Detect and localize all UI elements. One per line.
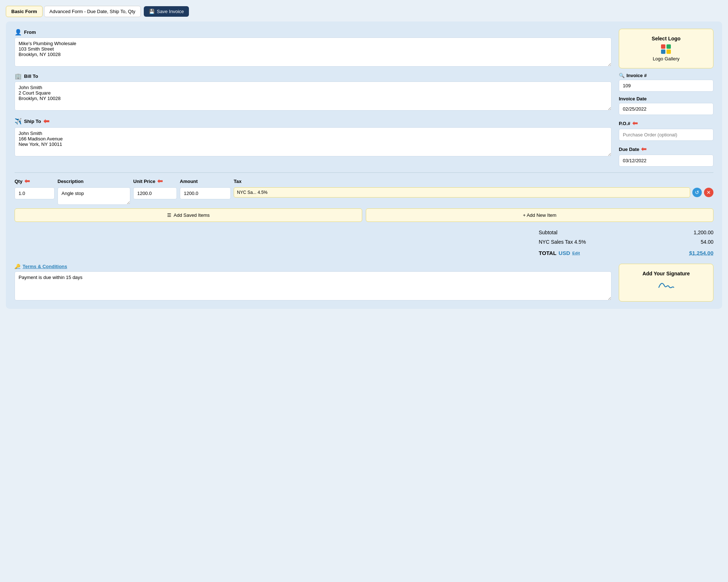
tab-advanced[interactable]: Advanced Form - Due Date, Ship To, Qty	[44, 6, 141, 17]
table-row: NYC Sa... 4.5% ↺ ✕	[15, 187, 713, 205]
terms-label[interactable]: 🔑 Terms & Conditions	[15, 264, 612, 269]
total-label-group: TOTAL USD Edit	[539, 250, 580, 256]
logo-dot-green	[666, 44, 671, 49]
items-section: Qty ⬅ Description Unit Price ⬅ Amount Ta…	[15, 177, 713, 258]
amount-input[interactable]	[180, 187, 231, 199]
tax-col-header: Tax	[234, 179, 713, 184]
tax-undo-button[interactable]: ↺	[692, 188, 702, 197]
qty-col-header: Qty ⬅	[15, 177, 55, 185]
due-date-label: Due Date ⬅	[619, 145, 713, 153]
logo-gallery-label: Logo Gallery	[623, 56, 709, 61]
section-divider	[15, 172, 713, 173]
invoice-search-icon: 🔍	[619, 73, 625, 78]
bill-to-section: 🏢 Bill To	[15, 73, 612, 112]
logo-grid	[661, 44, 671, 54]
description-input[interactable]	[58, 187, 130, 205]
ship-to-label: ✈️ Ship To ⬅	[15, 117, 612, 125]
bill-to-label: 🏢 Bill To	[15, 73, 612, 80]
tax-label: NYC Sales Tax 4.5%	[539, 239, 586, 245]
unit-price-input[interactable]	[133, 187, 177, 199]
right-column: Select Logo Logo Gallery 🔍 Invoice #	[619, 29, 713, 167]
unit-price-arrow-icon: ⬅	[157, 177, 163, 185]
due-date-arrow-icon: ⬅	[641, 145, 646, 153]
subtotal-value: 1,200.00	[694, 230, 714, 235]
qty-input[interactable]	[15, 187, 55, 199]
qty-arrow-icon: ⬅	[24, 177, 30, 185]
tabs-bar: Basic Form Advanced Form - Due Date, Shi…	[6, 6, 722, 17]
save-icon: 💾	[149, 9, 155, 14]
signature-label: Add Your Signature	[623, 271, 709, 276]
tax-row: NYC Sales Tax 4.5% 54.00	[539, 237, 713, 247]
due-date-input[interactable]	[619, 155, 713, 167]
total-label-text: TOTAL	[539, 250, 557, 256]
bill-to-icon: 🏢	[15, 73, 22, 80]
top-section: 👤 From 🏢 Bill To ✈️ Ship To ⬅	[15, 29, 713, 167]
subtotal-row: Subtotal 1,200.00	[539, 228, 713, 237]
actions-row: ☰ Add Saved Items + Add New Item	[15, 208, 713, 222]
bottom-section: 🔑 Terms & Conditions Add Your Signature	[15, 264, 713, 302]
add-saved-items-button[interactable]: ☰ Add Saved Items	[15, 208, 362, 222]
description-col-header: Description	[58, 179, 130, 184]
from-label: 👤 From	[15, 29, 612, 36]
ship-to-textarea[interactable]	[15, 127, 612, 156]
invoice-date-input[interactable]	[619, 103, 713, 115]
po-arrow-icon: ⬅	[632, 119, 638, 127]
terms-icon: 🔑	[15, 264, 20, 269]
totals-table: Subtotal 1,200.00 NYC Sales Tax 4.5% 54.…	[539, 228, 713, 258]
logo-dot-blue	[661, 49, 665, 54]
tax-cell: NYC Sa... 4.5% ↺ ✕	[234, 187, 713, 198]
invoice-number-group: 🔍 Invoice #	[619, 73, 713, 92]
ship-to-icon: ✈️	[15, 118, 22, 125]
total-edit-link[interactable]: Edit	[572, 251, 580, 255]
list-icon: ☰	[167, 212, 171, 218]
due-date-group: Due Date ⬅	[619, 145, 713, 167]
logo-dot-yellow	[666, 49, 671, 54]
from-textarea[interactable]	[15, 37, 612, 67]
logo-box[interactable]: Select Logo Logo Gallery	[619, 29, 713, 68]
invoice-number-input[interactable]	[619, 80, 713, 92]
tax-remove-button[interactable]: ✕	[704, 188, 713, 197]
unit-price-col-header: Unit Price ⬅	[133, 177, 177, 185]
total-row: TOTAL USD Edit $1,254.00	[539, 248, 713, 258]
signature-icon	[623, 280, 709, 294]
items-header-row: Qty ⬅ Description Unit Price ⬅ Amount Ta…	[15, 177, 713, 185]
add-new-item-button[interactable]: + Add New Item	[366, 208, 713, 222]
total-currency: USD	[559, 250, 570, 256]
total-value: $1,254.00	[689, 250, 713, 256]
tab-basic[interactable]: Basic Form	[6, 6, 43, 17]
signature-box[interactable]: Add Your Signature	[619, 264, 713, 302]
subtotal-label: Subtotal	[539, 230, 557, 235]
amount-col-header: Amount	[180, 179, 231, 184]
ship-to-section: ✈️ Ship To ⬅	[15, 117, 612, 158]
tax-badge[interactable]: NYC Sa... 4.5%	[234, 187, 690, 198]
po-number-label: P.O.# ⬅	[619, 119, 713, 127]
select-logo-label: Select Logo	[623, 36, 709, 41]
invoice-date-label: Invoice Date	[619, 96, 713, 101]
invoice-date-group: Invoice Date	[619, 96, 713, 115]
bill-to-textarea[interactable]	[15, 81, 612, 111]
from-icon: 👤	[15, 29, 22, 36]
save-invoice-button[interactable]: 💾 Save Invoice	[144, 6, 189, 17]
logo-dot-red	[661, 44, 665, 49]
ship-to-arrow: ⬅	[43, 117, 50, 125]
invoice-number-label: 🔍 Invoice #	[619, 73, 713, 78]
terms-section: 🔑 Terms & Conditions	[15, 264, 612, 302]
po-number-group: P.O.# ⬅	[619, 119, 713, 141]
left-column: 👤 From 🏢 Bill To ✈️ Ship To ⬅	[15, 29, 612, 167]
from-section: 👤 From	[15, 29, 612, 68]
totals-section: Subtotal 1,200.00 NYC Sales Tax 4.5% 54.…	[15, 228, 713, 258]
po-number-input[interactable]	[619, 129, 713, 141]
terms-textarea[interactable]	[15, 271, 612, 300]
tax-value: 54.00	[701, 239, 713, 245]
form-card: 👤 From 🏢 Bill To ✈️ Ship To ⬅	[6, 21, 722, 309]
